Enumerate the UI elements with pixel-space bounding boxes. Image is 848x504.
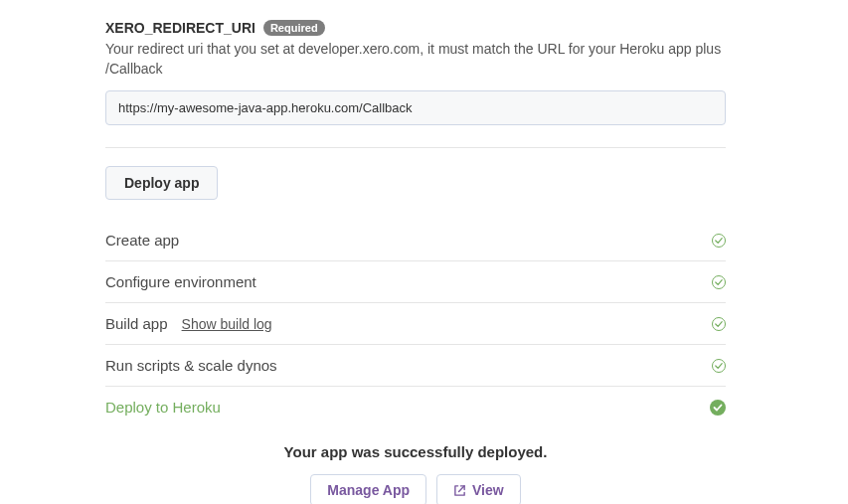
step-deploy-heroku: Deploy to Heroku bbox=[105, 387, 726, 421]
step-label: Configure environment bbox=[105, 273, 256, 290]
check-icon-filled bbox=[710, 400, 726, 416]
config-field-name: XERO_REDIRECT_URI bbox=[105, 20, 255, 36]
config-field-description: Your redirect uri that you set at develo… bbox=[105, 40, 726, 79]
manage-app-button[interactable]: Manage App bbox=[310, 474, 426, 504]
external-link-icon bbox=[453, 484, 466, 497]
check-icon bbox=[712, 317, 726, 331]
view-button[interactable]: View bbox=[436, 474, 521, 504]
redirect-uri-input[interactable] bbox=[105, 90, 726, 125]
view-label: View bbox=[472, 482, 504, 498]
step-label: Run scripts & scale dynos bbox=[105, 357, 277, 374]
divider bbox=[105, 147, 726, 148]
show-build-log-link[interactable]: Show build log bbox=[182, 316, 272, 332]
step-label: Build app bbox=[105, 315, 168, 332]
step-build-app: Build app Show build log bbox=[105, 303, 726, 345]
step-configure-environment: Configure environment bbox=[105, 261, 726, 303]
deploy-app-button[interactable]: Deploy app bbox=[105, 166, 218, 200]
check-icon bbox=[712, 359, 726, 373]
step-label: Deploy to Heroku bbox=[105, 399, 221, 416]
check-icon bbox=[712, 234, 726, 248]
check-icon bbox=[712, 275, 726, 289]
step-label: Create app bbox=[105, 232, 179, 249]
step-create-app: Create app bbox=[105, 220, 726, 261]
success-message: Your app was successfully deployed. bbox=[105, 443, 726, 460]
step-run-scripts: Run scripts & scale dynos bbox=[105, 345, 726, 387]
required-badge: Required bbox=[263, 20, 325, 36]
